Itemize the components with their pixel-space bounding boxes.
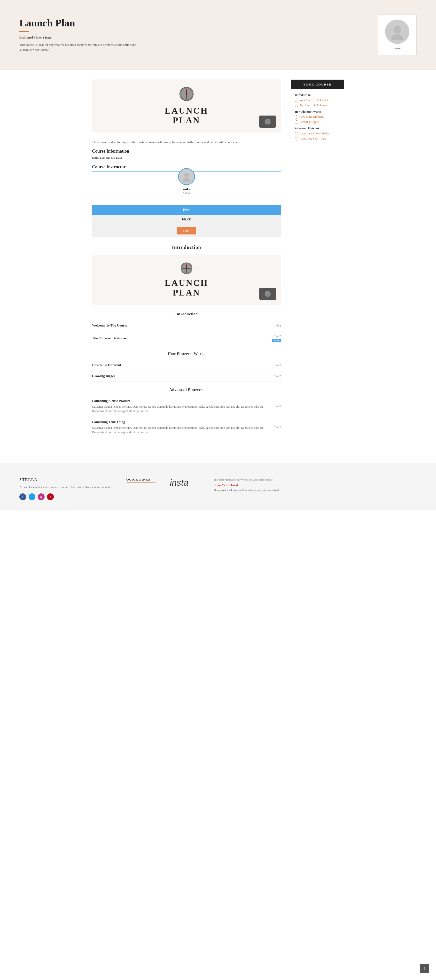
lesson-title: Launching A New Product <box>92 399 271 403</box>
footer-brand: STELLA Aenean lacinia bibendum nulla sed… <box>19 478 112 500</box>
lesson-title: The Pinterest Dashboard <box>92 336 128 340</box>
lesson-item-left: The Pinterest Dashboard <box>92 336 128 340</box>
footer: STELLA Aenean lacinia bibendum nulla sed… <box>0 463 436 510</box>
price-label: FREE <box>92 215 281 224</box>
circle-icon <box>295 115 298 119</box>
lesson-item-right: 2 of 2FREE <box>272 334 281 342</box>
sidebar-section-label: Advanced Pinterest <box>295 127 340 130</box>
pinterest-icon[interactable]: p <box>47 493 54 500</box>
lesson-meta: 1 of 2 <box>274 364 281 367</box>
circle-icon <box>295 132 298 135</box>
course-info-text: This course is ideal for any creative bu… <box>92 140 281 145</box>
banner-title: LAUNCH PLAN <box>97 106 276 125</box>
pricing-box: Free FREE Enroll <box>92 205 281 237</box>
lesson-item-right: 2 of 2 <box>274 374 281 378</box>
sidebar-link[interactable]: How to Be Different <box>295 115 340 119</box>
hero-instructor-card: anika <box>378 14 417 55</box>
course-banner-bottom: N S W E LAUNCH PLAN <box>92 255 281 305</box>
footer-brand-name: STELLA <box>19 478 112 482</box>
lesson-item: Welcome To The Course1 of 2 <box>92 320 281 331</box>
footer-error-title: Error: No feed found. <box>214 483 417 487</box>
sidebar-link-text: The Pinterest Dashboard <box>300 103 328 107</box>
sidebar-link[interactable]: Growing Bigger <box>295 120 340 124</box>
lesson-item-right: 1 of 2 <box>274 364 281 367</box>
svg-point-1 <box>391 34 403 40</box>
course-content: N S W E LAUNCH PLAN This course is ideal… <box>92 80 281 444</box>
instructor-name: anika <box>97 188 276 191</box>
hero-estimated: Estimated Time: 2 Days <box>19 36 140 40</box>
hero-left: Launch Plan Estimated Time: 2 Days This … <box>19 17 140 52</box>
lesson-item-right: 1 of 2 <box>274 324 281 328</box>
course-information-heading: Course Information <box>92 149 281 154</box>
main-wrapper: N S W E LAUNCH PLAN This course is ideal… <box>73 70 363 453</box>
hero-title: Launch Plan <box>19 17 140 29</box>
sidebar-header: YOUR COURSE <box>291 80 344 89</box>
sidebar-link[interactable]: Launching Your Thing <box>295 137 340 140</box>
instructor-section: anika Author <box>92 172 281 200</box>
instructor-role: Author <box>97 191 276 195</box>
lesson-group-title: How Pinterest Works <box>92 352 281 356</box>
footer-links-title: QUICK LINKS <box>126 478 156 483</box>
footer-error-desc: Please go to the Instagram Feed settings… <box>214 488 417 492</box>
footer-brand-desc: Aenean lacinia bibendum nulla sed consec… <box>19 485 112 490</box>
lesson-item-right: 1 of 2 <box>274 404 281 408</box>
twitter-icon[interactable]: t <box>29 493 35 500</box>
price-free-bar: Free <box>92 205 281 215</box>
lesson-item: Launching Your ThingCurabitur blandit te… <box>92 417 281 438</box>
sidebar-link-text: Launching Your Thing <box>300 137 326 140</box>
svg-text:E: E <box>193 93 193 95</box>
sidebar-link[interactable]: Launching A New Product <box>295 132 340 135</box>
svg-point-13 <box>184 173 189 178</box>
footer-error-box: This error message is only visible to Wo… <box>214 478 417 492</box>
lesson-item-left: Growing Bigger <box>92 374 115 378</box>
lesson-item: The Pinterest Dashboard2 of 2FREE <box>92 331 281 346</box>
svg-point-0 <box>394 26 401 33</box>
sidebar-section-label: Introduction <box>295 93 340 97</box>
lesson-item: How to Be Different1 of 2 <box>92 360 281 371</box>
lesson-meta: 2 of 2 <box>274 374 281 378</box>
facebook-icon[interactable]: f <box>19 493 26 500</box>
sidebar-link[interactable]: The Pinterest Dashboard <box>295 103 340 107</box>
lesson-item-left: Welcome To The Course <box>92 324 127 328</box>
enroll-button[interactable]: Enroll <box>177 227 196 234</box>
lesson-desc: Curabitur blandit tempus porttitor. Duis… <box>92 426 271 434</box>
banner-title-2: LAUNCH PLAN <box>97 278 276 298</box>
hero-instructor-name: anika <box>383 46 412 50</box>
lesson-meta: 1 of 2 <box>274 324 281 328</box>
footer-socials: f t ig p <box>19 493 112 500</box>
footer-links: QUICK LINKS <box>126 478 156 485</box>
lesson-group-title: Advanced Pinterest <box>92 388 281 392</box>
hero-divider <box>19 31 29 32</box>
camera-icon-bottom <box>259 288 276 300</box>
lesson-title: How to Be Different <box>92 363 121 367</box>
hero-avatar <box>385 20 409 44</box>
camera-icon-top <box>259 116 276 128</box>
enroll-row: Enroll <box>92 224 281 237</box>
sidebar: YOUR COURSE IntroductionWelcome To The C… <box>291 80 344 146</box>
sidebar-link-text: Growing Bigger <box>300 120 318 124</box>
svg-text:N: N <box>186 87 187 88</box>
svg-text:E: E <box>191 268 192 269</box>
circle-icon <box>295 103 298 107</box>
svg-text:W: W <box>180 93 181 95</box>
lesson-groups: IntroductionWelcome To The Course1 of 2T… <box>92 312 281 438</box>
lesson-group: How Pinterest WorksHow to Be Different1 … <box>92 352 281 382</box>
svg-text:S: S <box>186 99 187 101</box>
svg-point-14 <box>183 178 190 182</box>
lesson-item-right: 2 of 2 <box>274 426 281 429</box>
sidebar-link[interactable]: Welcome To The Course <box>295 98 340 102</box>
footer-insta: insta <box>170 478 199 488</box>
free-badge: FREE <box>272 339 281 342</box>
lesson-item-left: Launching A New ProductCurabitur blandit… <box>92 399 271 413</box>
lesson-title: Launching Your Thing <box>92 420 271 424</box>
svg-text:W: W <box>181 268 182 269</box>
hero-description: This course is ideal for any creative bu… <box>19 42 140 52</box>
lesson-group: Advanced PinterestLaunching A New Produc… <box>92 388 281 438</box>
lesson-title: Growing Bigger <box>92 374 115 378</box>
instructor-box: anika Author <box>92 172 281 200</box>
instagram-icon[interactable]: ig <box>38 493 45 500</box>
lesson-item-left: How to Be Different <box>92 363 121 367</box>
lesson-meta: 2 of 2 <box>272 334 281 338</box>
lesson-item: Growing Bigger2 of 2 <box>92 371 281 382</box>
svg-point-8 <box>186 93 187 95</box>
